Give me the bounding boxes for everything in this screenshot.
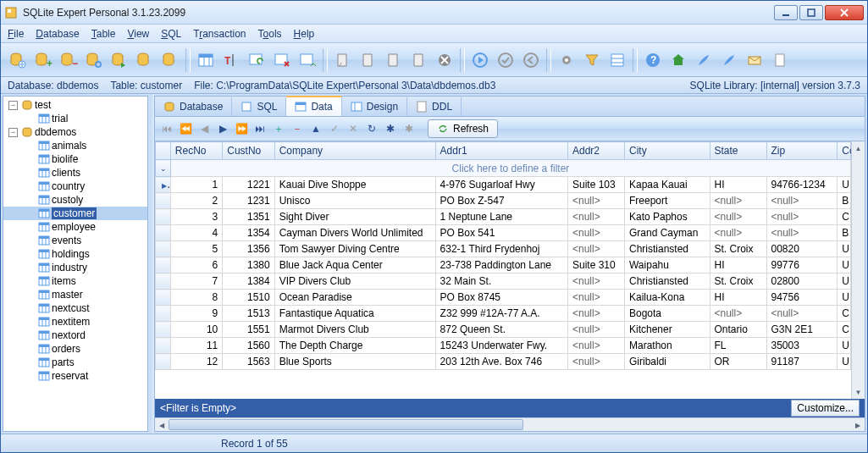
tool-table-refresh-icon[interactable] — [245, 48, 268, 72]
tool-grid-icon[interactable] — [605, 48, 629, 72]
nav-nextpage-icon[interactable]: ⏩ — [233, 120, 250, 137]
nav-cancel-icon[interactable]: ✕ — [345, 120, 362, 137]
nav-bookmark-icon[interactable]: ✱ — [382, 120, 399, 137]
tool-table-delete-icon[interactable] — [270, 48, 294, 72]
tree-table-reservat[interactable]: reservat — [3, 369, 147, 383]
col-addr2[interactable]: Addr2 — [567, 142, 624, 160]
col-zip[interactable]: Zip — [766, 142, 838, 160]
menu-file[interactable]: File — [8, 28, 24, 40]
vertical-scrollbar[interactable]: ▲▼ — [851, 141, 865, 399]
tree-table-parts[interactable]: parts — [3, 356, 147, 369]
tree-table-country[interactable]: country — [3, 180, 147, 193]
tool-play-icon[interactable] — [468, 48, 492, 72]
tool-check-icon[interactable] — [494, 48, 517, 72]
nav-post-icon[interactable]: ✓ — [326, 120, 343, 137]
tool-db-remove-icon[interactable]: − — [57, 48, 80, 72]
tree-table-master[interactable]: master — [3, 288, 147, 301]
maximize-button[interactable] — [799, 5, 823, 20]
tree-table-customer[interactable]: customer — [3, 207, 147, 220]
menu-database[interactable]: Database — [36, 28, 79, 40]
table-row[interactable]: 111560 The Depth Charge15243 Underwater … — [156, 338, 851, 354]
table-row[interactable]: 21231 UniscoPO Box Z-547<null> Freeport<… — [156, 193, 851, 209]
tool-script-1-icon[interactable] — [331, 48, 355, 72]
tree-db-test[interactable]: −test — [3, 98, 147, 112]
filter-icon-cell[interactable]: ⌄ — [156, 160, 171, 177]
tool-script-3-icon[interactable] — [382, 48, 406, 72]
table-row[interactable]: 41354 Cayman Divers World UnlimitedPO Bo… — [156, 225, 851, 241]
tree-table-animals[interactable]: animals — [3, 139, 147, 152]
tool-db-arrow-icon[interactable] — [108, 48, 131, 72]
nav-last-icon[interactable]: ⏭ — [252, 120, 268, 137]
horizontal-scrollbar[interactable]: ◀▶ — [155, 417, 865, 431]
table-row[interactable]: 71384 VIP Divers Club32 Main St.<null> C… — [156, 273, 851, 290]
menu-sql[interactable]: SQL — [161, 28, 181, 40]
col-country[interactable]: Country — [838, 142, 851, 160]
tool-db-new-icon[interactable] — [6, 48, 30, 72]
nav-prev-icon[interactable]: ◀ — [196, 120, 213, 137]
tool-back-icon[interactable] — [519, 48, 543, 72]
tool-script-4-icon[interactable] — [407, 48, 431, 72]
table-row[interactable]: 11221 Kauai Dive Shoppe4-976 Sugarloaf H… — [156, 177, 851, 193]
table-row[interactable]: 61380 Blue Jack Aqua Center23-738 Paddin… — [156, 257, 851, 273]
col-city[interactable]: City — [624, 142, 710, 160]
tree-table-trial[interactable]: trial — [3, 112, 147, 125]
tree-table-nextord[interactable]: nextord — [3, 329, 147, 342]
tab-database[interactable]: Database — [155, 97, 232, 116]
refresh-button[interactable]: Refresh — [428, 119, 498, 138]
col-state[interactable]: State — [710, 142, 766, 160]
menu-help[interactable]: Help — [294, 28, 315, 40]
customize-filter-button[interactable]: Customize... — [791, 400, 860, 417]
menu-transaction[interactable]: Transaction — [193, 28, 246, 40]
tree-db-dbdemos[interactable]: −dbdemos — [3, 125, 147, 139]
database-tree[interactable]: −testtrial−dbdemosanimalsbiolifeclientsc… — [3, 96, 148, 432]
tree-table-biolife[interactable]: biolife — [3, 152, 147, 166]
tool-db-add-icon[interactable]: + — [31, 48, 55, 72]
tab-data[interactable]: Data — [286, 96, 341, 116]
tree-table-orders[interactable]: orders — [3, 342, 147, 356]
tree-table-holdings[interactable]: holdings — [3, 247, 147, 261]
tool-feather-2-icon[interactable] — [717, 48, 741, 72]
tab-ddl[interactable]: DDL — [407, 97, 462, 116]
tree-table-industry[interactable]: industry — [3, 261, 147, 274]
nav-refresh-icon[interactable]: ↻ — [363, 120, 380, 137]
tool-script-2-icon[interactable] — [357, 48, 380, 72]
col-custno[interactable]: CustNo — [223, 142, 274, 160]
tool-db-gear-icon[interactable] — [82, 48, 106, 72]
menu-view[interactable]: View — [127, 28, 149, 40]
tool-db-link-icon[interactable] — [158, 48, 182, 72]
tool-db-refresh-icon[interactable] — [133, 48, 157, 72]
tree-table-custoly[interactable]: custoly — [3, 193, 147, 207]
nav-next-icon[interactable]: ▶ — [214, 120, 231, 137]
table-row[interactable]: 51356 Tom Sawyer Diving Centre632-1 Thir… — [156, 241, 851, 257]
nav-edit-icon[interactable]: ▲ — [307, 120, 324, 137]
tree-table-events[interactable]: events — [3, 234, 147, 247]
tool-gear-icon[interactable] — [555, 48, 578, 72]
tab-design[interactable]: Design — [342, 97, 407, 116]
tree-table-nextitem[interactable]: nextitem — [3, 315, 147, 329]
tool-table-export-icon[interactable] — [296, 48, 319, 72]
tab-sql[interactable]: SQL — [232, 97, 286, 116]
table-row[interactable]: 31351 Sight Diver1 Neptune Lane<null> Ka… — [156, 209, 851, 225]
tree-table-nextcust[interactable]: nextcust — [3, 301, 147, 315]
filter-row[interactable]: Click here to define a filter — [170, 160, 850, 177]
nav-first-icon[interactable]: ⏮ — [158, 120, 175, 137]
tool-feather-1-icon[interactable] — [692, 48, 716, 72]
tree-table-clients[interactable]: clients — [3, 166, 147, 180]
tool-help-icon[interactable]: ? — [641, 48, 665, 72]
col-company[interactable]: Company — [274, 142, 435, 160]
close-button[interactable] — [825, 5, 864, 20]
nav-delete-icon[interactable]: － — [289, 120, 306, 137]
tool-table-icon[interactable] — [194, 48, 218, 72]
data-grid[interactable]: RecNo CustNo Company Addr1 Addr2 City St… — [155, 141, 851, 370]
nav-insert-icon[interactable]: ＋ — [270, 120, 287, 137]
table-row[interactable]: 81510 Ocean ParadisePO Box 8745<null> Ka… — [156, 290, 851, 306]
col-addr1[interactable]: Addr1 — [435, 142, 567, 160]
tool-script-cancel-icon[interactable] — [433, 48, 456, 72]
tree-table-items[interactable]: items — [3, 274, 147, 288]
nav-goto-icon[interactable]: ✱ — [401, 120, 417, 137]
table-row[interactable]: 91513 Fantastique AquaticaZ32 999 #12A-7… — [156, 306, 851, 322]
tool-doc-icon[interactable] — [768, 48, 792, 72]
table-row[interactable]: 101551 Marmot Divers Club872 Queen St.<n… — [156, 322, 851, 338]
tree-table-employee[interactable]: employee — [3, 220, 147, 234]
nav-prevpage-icon[interactable]: ⏪ — [177, 120, 194, 137]
